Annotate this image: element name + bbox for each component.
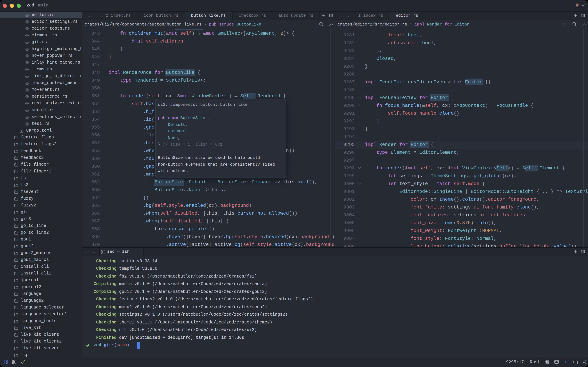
svg-text:R: R [26, 34, 28, 37]
svg-text:R: R [26, 14, 28, 16]
svg-text:R: R [26, 68, 28, 71]
svg-text:R: R [26, 123, 28, 125]
svg-text:R: R [26, 62, 28, 64]
svg-text:R: R [26, 55, 28, 57]
svg-text:R: R [26, 109, 28, 112]
svg-text:Z: Z [575, 360, 576, 364]
svg-text:R: R [26, 28, 28, 30]
svg-text:R: R [26, 82, 28, 84]
svg-text:R: R [26, 41, 28, 43]
svg-text:R: R [26, 48, 28, 50]
svg-text:R: R [26, 21, 28, 23]
svg-text:R: R [26, 75, 28, 77]
svg-text:R: R [26, 102, 28, 105]
svg-text:R: R [26, 116, 28, 118]
svg-text:R: R [26, 96, 28, 98]
svg-text:R: R [26, 89, 28, 91]
